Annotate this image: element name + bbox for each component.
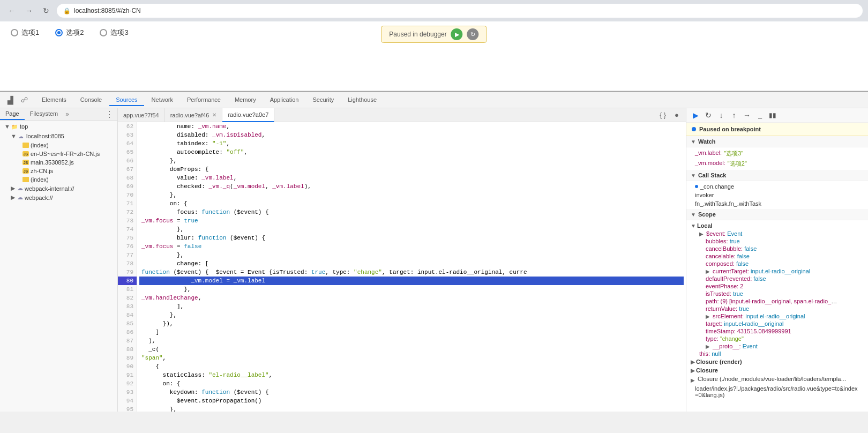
sidebar-tab-page[interactable]: Page [0, 108, 25, 120]
closure-render-header[interactable]: ▶ Closure (render) [686, 357, 868, 366]
closure-long-header[interactable]: ▶ Closure (./node_modules/vue-loader/lib… [686, 375, 868, 384]
line-number-66[interactable]: 66 [118, 156, 137, 165]
line-number-81[interactable]: 81 [118, 285, 137, 294]
line-number-67[interactable]: 67 [118, 165, 137, 174]
scope-event-arrow[interactable]: ▶ [699, 231, 704, 237]
tab-application[interactable]: Application [264, 94, 305, 106]
code-editor[interactable]: 6263646566676869707172737475767778798081… [118, 122, 686, 412]
tree-item-en-us-js[interactable]: JS en-US~es~fr-FR~zh-CN.js [0, 150, 117, 158]
device-icon[interactable]: ☍ [18, 94, 30, 106]
scope-cancelable-key: cancelable: [706, 253, 737, 259]
pause-exceptions-btn[interactable]: ▮▮ [768, 110, 777, 120]
watch-item-1: _vm.label: "选项3" [686, 148, 868, 159]
reload-button[interactable]: ↻ [40, 4, 53, 17]
line-number-75[interactable]: 75 [118, 234, 137, 242]
line-number-86[interactable]: 86 [118, 328, 137, 337]
line-number-64[interactable]: 64 [118, 139, 137, 148]
line-number-93[interactable]: 93 [118, 388, 137, 397]
line-number-85[interactable]: 85 [118, 319, 137, 328]
closure-header[interactable]: ▶ Closure [686, 366, 868, 375]
line-number-71[interactable]: 71 [118, 199, 137, 208]
line-number-89[interactable]: 89 [118, 354, 137, 362]
editor-tab-radio-a0e7[interactable]: radio.vue?a0e7 [222, 108, 274, 122]
tab-lighthouse[interactable]: Lighthouse [341, 94, 383, 106]
close-icon-af46[interactable]: ✕ [212, 112, 216, 118]
line-number-95[interactable]: 95 [118, 405, 137, 412]
line-number-90[interactable]: 90 [118, 362, 137, 371]
radio-option-1[interactable]: 选项1 [11, 28, 39, 38]
line-number-82[interactable]: 82 [118, 294, 137, 302]
line-number-80[interactable]: 80 [118, 277, 137, 285]
tree-item-index2[interactable]: (index) [0, 175, 117, 184]
line-number-72[interactable]: 72 [118, 208, 137, 216]
step-out-dbg-btn[interactable]: ↑ [729, 110, 739, 120]
scope-se-arrow[interactable]: ▶ [706, 313, 710, 319]
tab-elements[interactable]: Elements [35, 94, 73, 106]
step-over-dbg-btn[interactable]: ↻ [704, 110, 713, 120]
line-number-65[interactable]: 65 [118, 148, 137, 156]
tree-item-zh-cn-js[interactable]: JS zh-CN.js [0, 167, 117, 175]
tree-item-webpack[interactable]: ▶ ☁ webpack:// [0, 193, 117, 202]
line-number-77[interactable]: 77 [118, 251, 137, 259]
tab-performance[interactable]: Performance [181, 94, 227, 106]
call-item-1[interactable]: _con.change [686, 182, 868, 191]
code-content[interactable]: name: _vm.name, disabled: _vm.isDisabled… [137, 122, 686, 412]
tree-item-main-js[interactable]: JS main.3530852.js [0, 158, 117, 167]
watch-header[interactable]: ▼ Watch [686, 136, 868, 147]
tab-security[interactable]: Security [306, 94, 340, 106]
radio-option-3[interactable]: 选项3 [100, 28, 128, 38]
line-number-63[interactable]: 63 [118, 131, 137, 139]
line-number-88[interactable]: 88 [118, 345, 137, 354]
editor-tab-radio-af46[interactable]: radio.vue?af46 ✕ [165, 108, 223, 122]
step-into-dbg-btn[interactable]: ↓ [716, 110, 726, 120]
code-line-85: }), [139, 319, 684, 328]
tree-item-webpack-internal[interactable]: ▶ ☁ webpack-internal:// [0, 184, 117, 193]
line-number-91[interactable]: 91 [118, 371, 137, 379]
scope-header[interactable]: ▼ Scope [686, 209, 868, 220]
line-number-74[interactable]: 74 [118, 225, 137, 234]
line-number-79[interactable]: 79 [118, 268, 137, 277]
scope-proto-arrow[interactable]: ▶ [706, 344, 710, 349]
paused-section: Paused on breakpoint [686, 123, 868, 136]
sidebar-menu-icon[interactable]: ⋮ [103, 108, 115, 120]
line-number-83[interactable]: 83 [118, 302, 137, 311]
line-number-84[interactable]: 84 [118, 311, 137, 319]
sidebar-tab-filesystem[interactable]: Filesystem [25, 108, 64, 120]
line-number-73[interactable]: 73 [118, 216, 137, 225]
scope-local-header[interactable]: ▼ Local [686, 221, 868, 230]
line-number-87[interactable]: 87 [118, 337, 137, 345]
tree-item-top[interactable]: ▼ 📁 top [0, 122, 117, 131]
tab-memory[interactable]: Memory [228, 94, 263, 106]
tree-item-index1[interactable]: (index) [0, 141, 117, 150]
tab-sources[interactable]: Sources [109, 94, 144, 106]
line-number-78[interactable]: 78 [118, 259, 137, 268]
forward-button[interactable]: → [23, 4, 35, 17]
line-number-69[interactable]: 69 [118, 182, 137, 191]
line-number-62[interactable]: 62 [118, 122, 137, 131]
back-button[interactable]: ← [5, 4, 18, 17]
tab-console[interactable]: Console [74, 94, 108, 106]
inspect-icon[interactable]: ▟ [4, 94, 16, 106]
step-over-button[interactable]: ↻ [467, 28, 479, 40]
tree-item-localhost[interactable]: ▼ ☁ localhost:8085 [0, 131, 117, 141]
resume-dbg-btn[interactable]: ▶ [691, 110, 700, 120]
sidebar-tab-more[interactable]: » [63, 108, 71, 120]
call-item-2[interactable]: invoker [686, 191, 868, 199]
breakpoints-icon[interactable]: ● [671, 109, 683, 121]
line-number-92[interactable]: 92 [118, 379, 137, 388]
editor-tab-app-vue[interactable]: app.vue?7f54 [118, 108, 165, 122]
line-number-70[interactable]: 70 [118, 191, 137, 199]
resume-button[interactable]: ▶ [451, 28, 463, 40]
step-dbg-btn[interactable]: → [742, 110, 752, 120]
call-stack-header[interactable]: ▼ Call Stack [686, 170, 868, 181]
line-number-94[interactable]: 94 [118, 397, 137, 405]
scope-ct-arrow[interactable]: ▶ [706, 268, 710, 274]
radio-option-2[interactable]: 选项2 [55, 28, 84, 38]
call-item-3[interactable]: fn_.withTask.fn_.withTask [686, 199, 868, 208]
format-icon[interactable]: { } [657, 109, 669, 121]
address-bar[interactable]: 🔒 localhost:8085/#/zh-CN [57, 4, 863, 18]
deactivate-breakpoints-btn[interactable]: ⎯ [755, 110, 765, 120]
line-number-68[interactable]: 68 [118, 174, 137, 182]
line-number-76[interactable]: 76 [118, 242, 137, 251]
tab-network[interactable]: Network [145, 94, 179, 106]
